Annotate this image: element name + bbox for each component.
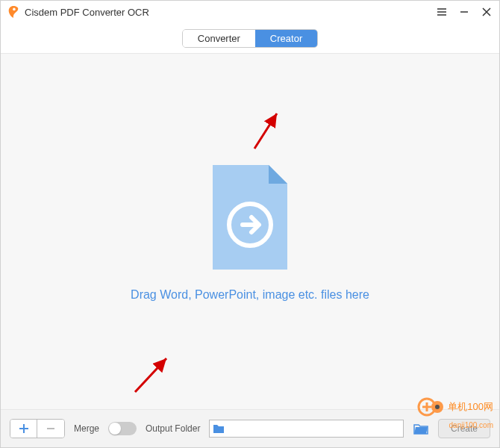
app-window: Cisdem PDF Converter OCR Converter Creat…: [0, 0, 500, 448]
browse-folder-button[interactable]: [413, 420, 429, 437]
close-button[interactable]: [480, 5, 493, 19]
tabs: Converter Creator: [182, 29, 318, 48]
bottom-bar: Merge Output Folder Create: [1, 410, 499, 447]
tab-creator[interactable]: Creator: [255, 30, 317, 47]
menu-icon[interactable]: [435, 5, 449, 19]
annotation-arrow-2: [129, 351, 174, 396]
drop-zone[interactable]: Drag Word, PowerPoint, image etc. files …: [1, 53, 499, 410]
file-icon: [205, 161, 295, 273]
merge-label: Merge: [74, 423, 99, 434]
add-button[interactable]: [10, 420, 37, 438]
titlebar: Cisdem PDF Converter OCR: [1, 1, 499, 23]
svg-point-0: [13, 8, 16, 11]
create-button[interactable]: Create: [438, 419, 490, 438]
annotation-arrow-1: [247, 108, 284, 152]
merge-toggle[interactable]: [108, 422, 137, 435]
remove-button[interactable]: [37, 420, 64, 438]
folder-icon: [213, 423, 225, 434]
tab-converter[interactable]: Converter: [183, 30, 255, 47]
output-folder-label: Output Folder: [146, 423, 200, 434]
drop-text: Drag Word, PowerPoint, image etc. files …: [131, 288, 369, 302]
output-folder-field[interactable]: [209, 420, 404, 438]
app-title: Cisdem PDF Converter OCR: [25, 7, 435, 18]
minimize-button[interactable]: [457, 5, 471, 19]
add-remove-group: [10, 419, 65, 438]
app-icon: [7, 5, 20, 19]
window-controls: [435, 5, 493, 19]
tab-bar: Converter Creator: [1, 23, 499, 53]
